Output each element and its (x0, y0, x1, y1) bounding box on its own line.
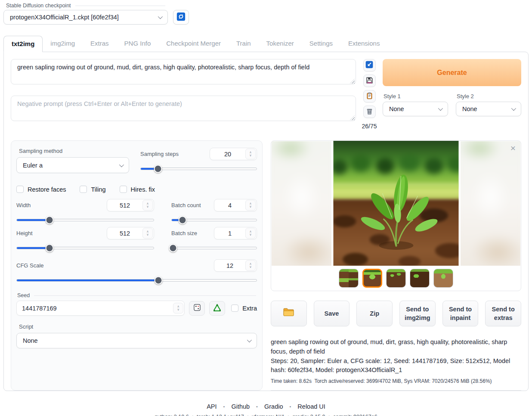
random-seed-button[interactable] (189, 301, 205, 316)
hires-fix-checkbox[interactable]: Hires. fix (120, 186, 155, 193)
cfg-scale-input[interactable]: 12 ∧∨ (214, 259, 257, 272)
tab-train[interactable]: Train (229, 36, 259, 52)
prompt-input[interactable]: green sapling rowing out of ground, mud,… (11, 59, 356, 84)
style1-group: Style 1 None (383, 91, 448, 116)
slider-handle[interactable] (45, 244, 53, 252)
tab-img2img[interactable]: img2img (43, 36, 83, 52)
gallery-blur-right (461, 141, 520, 266)
slider-fill (17, 279, 158, 281)
chevron-down-icon[interactable]: ∨ (146, 233, 149, 236)
footer-links: API • Github • Gradio • Reload UI (0, 403, 532, 410)
close-icon[interactable]: × (510, 143, 516, 152)
slider-handle[interactable] (169, 244, 177, 252)
height-input[interactable]: 512 ∧∨ (107, 227, 154, 239)
checkpoint-label-row: Stable Diffusion checkpoint (3, 3, 168, 9)
gallery-thumbnail-2-selected[interactable] (362, 269, 382, 288)
open-folder-button[interactable] (271, 301, 307, 326)
batch-count-label: Batch count (171, 202, 201, 208)
gallery-thumbnail-1[interactable] (339, 269, 359, 288)
zip-button[interactable]: Zip (356, 301, 393, 326)
bullet-icon: • (256, 404, 258, 409)
number-spinner[interactable]: ∧∨ (245, 228, 256, 239)
sapling-graphic (334, 141, 459, 266)
tab-txt2img[interactable]: txt2img (3, 36, 43, 52)
tab-extras[interactable]: Extras (83, 36, 117, 52)
tab-tokenizer[interactable]: Tokenizer (259, 36, 302, 52)
gallery-thumbnail-5[interactable] (433, 269, 453, 288)
sampling-steps-input[interactable]: 20 ∧∨ (210, 148, 257, 160)
slider-handle[interactable] (45, 216, 53, 224)
gallery-thumbnail-3[interactable] (386, 269, 406, 288)
slider-track (171, 247, 257, 249)
chevron-down-icon[interactable]: ∨ (249, 205, 252, 208)
sampling-row: Sampling method Euler a Sampling steps 2… (16, 147, 257, 173)
size-column: Width 512 ∧∨ Height (16, 199, 154, 255)
refresh-checkpoints-button[interactable] (173, 10, 189, 25)
slider-fill (17, 247, 49, 249)
send-to-inpaint-button[interactable]: Send to inpaint (442, 301, 479, 326)
slider-handle[interactable] (154, 165, 162, 173)
number-spinner[interactable]: ∧∨ (142, 200, 153, 211)
save-button[interactable]: Save (314, 301, 350, 326)
script-value: None (23, 337, 38, 344)
script-select[interactable]: None (16, 333, 257, 348)
footer-link-reload-ui[interactable]: Reload UI (297, 403, 325, 410)
reuse-seed-button[interactable] (209, 301, 225, 316)
restore-faces-checkbox[interactable]: Restore faces (16, 186, 66, 193)
paste-generation-params-button[interactable] (363, 59, 376, 71)
style1-select[interactable]: None (383, 102, 448, 116)
batch-count-input[interactable]: 4 ∧∨ (214, 199, 257, 211)
number-spinner[interactable]: ∧∨ (245, 149, 256, 159)
number-spinner[interactable]: ∧∨ (245, 200, 256, 211)
extra-seed-checkbox[interactable]: Extra (231, 304, 257, 312)
width-input[interactable]: 512 ∧∨ (107, 199, 154, 211)
batch-size-slider[interactable] (171, 244, 257, 252)
sampling-steps-row: Sampling steps 20 ∧∨ (140, 148, 257, 160)
generate-button[interactable]: Generate (383, 59, 521, 86)
sampling-steps-value: 20 (210, 151, 245, 158)
checkbox-icon (231, 304, 238, 312)
chevron-down-icon (119, 162, 124, 167)
chevron-down-icon[interactable]: ∨ (146, 205, 149, 208)
tab-png-info[interactable]: PNG Info (117, 36, 159, 52)
sampling-method-select[interactable]: Euler a (16, 157, 129, 173)
tab-checkpoint-merger[interactable]: Checkpoint Merger (158, 36, 229, 52)
chevron-down-icon[interactable]: ∨ (249, 266, 252, 269)
sampling-steps-label: Sampling steps (140, 151, 179, 157)
tiling-checkbox[interactable]: Tiling (80, 186, 105, 193)
number-spinner[interactable]: ∧∨ (245, 260, 256, 271)
send-to-extras-button[interactable]: Send to extras (485, 301, 521, 326)
negative-prompt-input[interactable] (11, 96, 356, 121)
footer-link-api[interactable]: API (207, 403, 217, 410)
trash-icon (365, 107, 374, 117)
slider-handle[interactable] (154, 276, 162, 285)
footer-link-gradio[interactable]: Gradio (264, 403, 283, 410)
chevron-down-icon[interactable]: ∨ (249, 154, 252, 157)
checkpoint-select[interactable]: protogenX34OfficialR_1.ckpt [60fe2f34] (3, 10, 168, 25)
chevron-down-icon (438, 106, 443, 111)
slider-handle[interactable] (178, 216, 186, 224)
number-spinner[interactable]: ∧∨ (142, 228, 153, 239)
chevron-down-icon[interactable]: ∨ (249, 233, 252, 236)
number-spinner[interactable]: ∧∨ (173, 303, 183, 314)
generated-image[interactable] (334, 141, 459, 266)
batch-count-slider[interactable] (171, 216, 257, 224)
apply-styles-button[interactable] (363, 90, 376, 102)
output-column: × Save Zip Send to img2img (271, 140, 521, 391)
style2-select[interactable]: None (456, 102, 521, 116)
footer-link-github[interactable]: Github (231, 403, 250, 410)
tab-settings[interactable]: Settings (302, 36, 340, 52)
clear-prompt-button[interactable] (363, 106, 376, 118)
chevron-down-icon[interactable]: ∨ (177, 308, 179, 311)
batch-size-input[interactable]: 1 ∧∨ (214, 227, 257, 239)
width-slider[interactable] (16, 216, 154, 224)
gallery-thumbnail-4[interactable] (410, 269, 430, 288)
cfg-scale-slider[interactable] (16, 276, 257, 285)
settings-panel: Sampling method Euler a Sampling steps 2… (11, 140, 263, 391)
height-slider[interactable] (16, 244, 154, 252)
save-style-button[interactable] (363, 75, 376, 87)
send-to-img2img-button[interactable]: Send to img2img (399, 301, 436, 326)
tab-extensions[interactable]: Extensions (340, 36, 387, 52)
seed-input[interactable]: 1441787169 ∧∨ (16, 301, 185, 316)
sampling-steps-slider[interactable] (140, 165, 257, 173)
